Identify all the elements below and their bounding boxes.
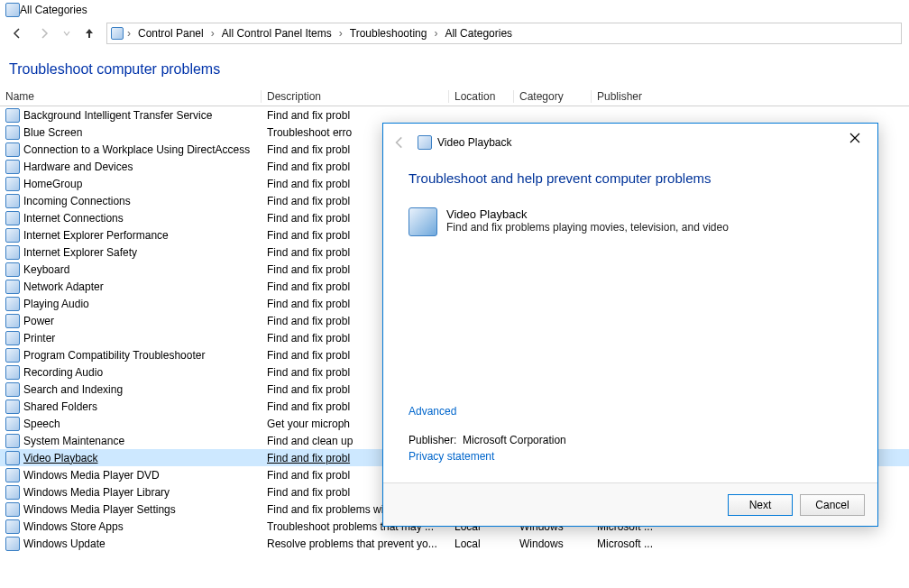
item-name: Incoming Connections xyxy=(23,195,131,207)
cell-name: Power xyxy=(0,314,262,328)
item-name: Keyboard xyxy=(23,263,69,276)
video-playback-icon xyxy=(409,207,437,236)
troubleshooter-icon xyxy=(5,108,20,123)
item-name: Internet Explorer Safety xyxy=(23,246,137,259)
cell-publisher: Microsoft ... xyxy=(592,537,700,550)
troubleshooter-icon xyxy=(5,125,20,140)
cell-name: Background Intelligent Transfer Service xyxy=(0,108,262,123)
troubleshooter-icon xyxy=(5,485,20,500)
item-name: Recording Audio xyxy=(23,366,103,379)
crumb-control-panel[interactable]: Control Panel xyxy=(134,23,207,43)
window-icon xyxy=(5,3,20,17)
item-name: Windows Media Player Library xyxy=(23,486,170,499)
cell-name: Network Adapter xyxy=(0,280,262,294)
window-title: All Categories xyxy=(20,4,87,16)
troubleshooter-summary: Video Playback Find and fix problems pla… xyxy=(409,207,852,236)
crumb-all-items[interactable]: All Control Panel Items xyxy=(218,23,335,43)
crumb-troubleshooting[interactable]: Troubleshooting xyxy=(346,23,431,43)
troubleshooter-icon xyxy=(5,177,20,191)
cell-name: Keyboard xyxy=(0,262,262,277)
cell-name: Windows Media Player Settings xyxy=(0,502,262,517)
cell-name: Playing Audio xyxy=(0,297,262,311)
chevron-right-icon: › xyxy=(209,27,216,40)
up-button[interactable] xyxy=(79,23,99,43)
table-row[interactable]: Windows UpdateResolve problems that prev… xyxy=(0,535,909,552)
troubleshooter-icon xyxy=(5,331,20,345)
cell-name: Incoming Connections xyxy=(0,194,262,208)
troubleshooter-icon xyxy=(5,297,20,311)
cell-name: Internet Connections xyxy=(0,211,262,225)
chevron-right-icon: › xyxy=(125,27,133,40)
cell-description: Resolve problems that prevent yo... xyxy=(262,537,449,550)
troubleshooter-icon xyxy=(5,280,20,294)
cell-name: Internet Explorer Performance xyxy=(0,228,262,243)
close-button[interactable] xyxy=(836,124,874,152)
item-name: System Maintenance xyxy=(23,435,124,447)
item-name: Program Compatibility Troubleshooter xyxy=(23,349,205,362)
col-header-publisher[interactable]: Publisher xyxy=(592,90,700,103)
cell-name: Windows Store Apps xyxy=(0,519,262,534)
col-header-name[interactable]: Name xyxy=(0,90,262,103)
wizard-title: Video Playback xyxy=(437,136,512,149)
troubleshooter-icon xyxy=(5,314,20,328)
troubleshooter-wizard-dialog: Video Playback Troubleshoot and help pre… xyxy=(382,123,878,527)
troubleshooter-icon xyxy=(5,365,20,380)
cell-name: HomeGroup xyxy=(0,177,262,191)
dialog-footer: Next Cancel xyxy=(383,482,877,526)
item-name: Windows Update xyxy=(23,537,106,550)
cell-name: Blue Screen xyxy=(0,125,262,140)
troubleshooter-icon xyxy=(5,502,20,517)
publisher-value: Microsoft Corporation xyxy=(463,434,566,446)
item-name: HomeGroup xyxy=(23,178,82,190)
cell-name: Internet Explorer Safety xyxy=(0,245,262,260)
wizard-back-button[interactable] xyxy=(387,130,412,155)
item-name: Speech xyxy=(23,418,60,430)
crumb-all-categories[interactable]: All Categories xyxy=(441,23,516,43)
item-name: Search and Indexing xyxy=(23,383,123,396)
cell-name: Windows Update xyxy=(0,537,262,551)
cell-name: System Maintenance xyxy=(0,434,262,448)
cancel-button[interactable]: Cancel xyxy=(800,494,865,516)
cell-name: Program Compatibility Troubleshooter xyxy=(0,348,262,363)
item-name: Internet Explorer Performance xyxy=(23,229,169,242)
item-name: Printer xyxy=(23,332,55,345)
window-titlebar: All Categories xyxy=(0,0,909,20)
troubleshooter-icon xyxy=(5,519,20,534)
item-name: Playing Audio xyxy=(23,298,89,310)
troubleshooter-icon xyxy=(5,434,20,448)
privacy-link[interactable]: Privacy statement xyxy=(409,450,566,463)
forward-button[interactable] xyxy=(34,23,54,43)
cell-name: Windows Media Player DVD xyxy=(0,468,262,482)
item-name: Background Intelligent Transfer Service xyxy=(23,109,212,122)
item-name: Shared Folders xyxy=(23,400,97,413)
recent-dropdown[interactable] xyxy=(61,23,72,43)
dialog-header: Video Playback xyxy=(383,124,877,161)
cell-name: Connection to a Workplace Using DirectAc… xyxy=(0,142,262,157)
col-header-category[interactable]: Category xyxy=(514,90,592,103)
page-heading: Troubleshoot computer problems xyxy=(0,47,909,87)
address-bar[interactable]: › Control Panel › All Control Panel Item… xyxy=(106,23,902,44)
back-button[interactable] xyxy=(7,23,27,43)
col-header-location[interactable]: Location xyxy=(449,90,514,103)
cell-name: Recording Audio xyxy=(0,365,262,380)
address-icon xyxy=(111,27,124,40)
next-button[interactable]: Next xyxy=(728,494,793,516)
troubleshooter-icon xyxy=(5,211,20,225)
item-name: Video Playback xyxy=(23,452,98,464)
table-header: Name Description Location Category Publi… xyxy=(0,87,909,106)
item-name: Network Adapter xyxy=(23,280,104,293)
publisher-row: Publisher: Microsoft Corporation xyxy=(409,434,566,446)
col-header-description[interactable]: Description xyxy=(262,90,449,103)
troubleshooter-icon xyxy=(5,348,20,363)
cell-name: Printer xyxy=(0,331,262,345)
table-row[interactable]: Background Intelligent Transfer ServiceF… xyxy=(0,106,909,124)
cell-description: Find and fix probl xyxy=(262,109,449,122)
item-name: Hardware and Devices xyxy=(23,161,133,173)
troubleshooter-icon xyxy=(5,537,20,551)
chevron-right-icon: › xyxy=(432,27,439,40)
cell-location: Local xyxy=(449,537,514,550)
advanced-link[interactable]: Advanced xyxy=(409,405,566,418)
dialog-heading: Troubleshoot and help prevent computer p… xyxy=(409,170,852,186)
troubleshooter-icon xyxy=(5,468,20,482)
explorer-navbar: › Control Panel › All Control Panel Item… xyxy=(0,20,909,47)
